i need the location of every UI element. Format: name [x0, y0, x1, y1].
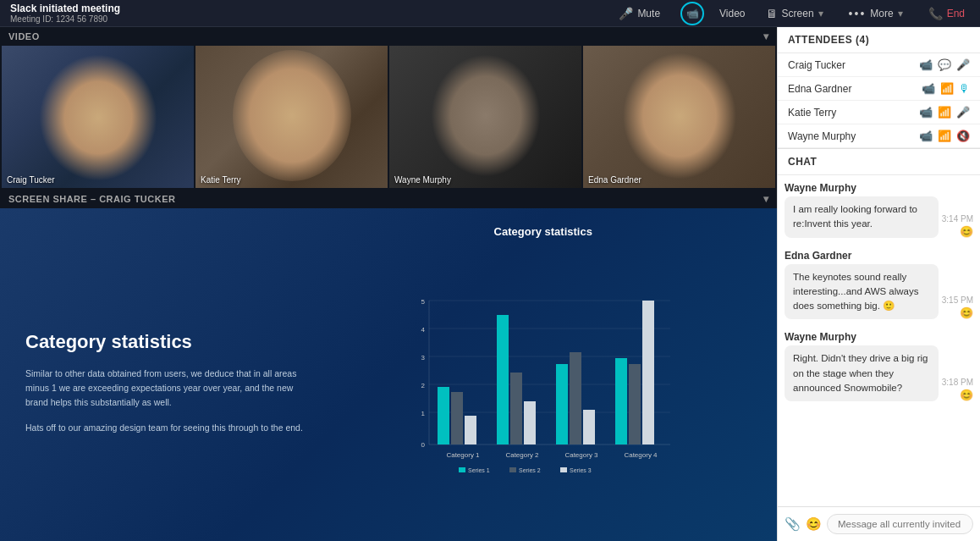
bar-cat4-s2 [629, 364, 641, 444]
chat-message-3: Wayne Murphy Right. Didn't they drive a … [785, 331, 973, 401]
chat-time-2: 3:15 PM [942, 295, 973, 305]
chat-sender-1: Wayne Murphy [785, 182, 973, 194]
legend-s1-swatch [459, 467, 465, 472]
left-panel: VIDEO ▾ Craig Tucker Katie Terry Wayne M… [0, 27, 777, 541]
slide-footer-text: Hats off to our amazing design team for … [25, 421, 310, 435]
attendee-row-edna: Edna Gardner 📹 📶 🎙 [778, 77, 980, 101]
chat-meta-2: 3:15 PM 😊 [942, 295, 973, 319]
legend-s3-swatch [560, 467, 567, 472]
chart-title: Category statistics [494, 225, 592, 238]
camera-icon: 📹 [686, 8, 699, 19]
mic-icon-katie: 🎤 [956, 106, 970, 119]
slide-body-text: Similar to other data obtained from user… [25, 367, 310, 409]
participant-name-craig: Craig Tucker [7, 175, 55, 185]
mic-icon: 🎤 [619, 7, 633, 20]
top-bar: Slack initiated meeting Meeting ID: 1234… [0, 0, 980, 27]
bar-cat1-s3 [465, 416, 476, 444]
attendees-section: ATTENDEES (4) Craig Tucker 📹 💬 🎤 Edna Ga… [778, 27, 980, 149]
attendee-name-katie: Katie Terry [788, 107, 919, 119]
chat-header: CHAT [778, 149, 980, 175]
video-collapse-icon[interactable]: ▾ [763, 30, 769, 42]
video-section: VIDEO ▾ Craig Tucker Katie Terry Wayne M… [0, 27, 777, 190]
chat-bubble-1: I am really looking forward to re:Invent… [785, 196, 939, 238]
chat-icon-craig: 💬 [938, 58, 951, 71]
svg-text:2: 2 [421, 382, 425, 389]
video-header: VIDEO ▾ [0, 27, 777, 46]
slide-title: Category statistics [25, 331, 310, 353]
attendee-icons-katie: 📹 📶 🎤 [919, 106, 970, 119]
screen-icon: 🖥 [766, 7, 778, 20]
video-button[interactable]: 📹 [680, 2, 704, 25]
main-content: VIDEO ▾ Craig Tucker Katie Terry Wayne M… [0, 27, 980, 541]
chat-meta-1: 3:14 PM 😊 [942, 214, 973, 238]
legend-s2-label: Series 2 [519, 467, 541, 473]
attendee-icons-wayne: 📹 📶 🔇 [919, 130, 970, 142]
attendee-icons-edna: 📹 📶 🎙 [922, 82, 970, 95]
mic-icon-craig: 🎤 [956, 58, 970, 71]
participant-name-edna: Edna Gardner [588, 175, 641, 185]
attendee-row-craig: Craig Tucker 📹 💬 🎤 [778, 53, 980, 77]
attendees-header: ATTENDEES (4) [778, 27, 980, 53]
chat-input[interactable] [827, 514, 973, 534]
emoji-icon[interactable]: 😊 [806, 516, 822, 532]
bar-cat3-s3 [583, 410, 595, 444]
legend-s3-label: Series 3 [570, 467, 592, 473]
attendee-row-katie: Katie Terry 📹 📶 🎤 [778, 101, 980, 124]
legend-s1-label: Series 1 [468, 467, 490, 473]
end-call-icon: 📞 [928, 7, 943, 20]
x-label-cat3: Category 3 [564, 451, 598, 459]
bar-cat1-s2 [451, 392, 463, 444]
video-section-label: VIDEO [8, 31, 40, 41]
video-tile-edna: Edna Gardner [583, 46, 775, 188]
chat-react-2[interactable]: 😊 [960, 306, 973, 319]
bar-cat1-s1 [438, 387, 449, 444]
screenshare-label: SCREEN SHARE – CRAIG TUCKER [8, 194, 175, 204]
bar-cat3-s1 [556, 364, 568, 444]
svg-text:4: 4 [421, 326, 425, 334]
end-button[interactable]: 📞 End [923, 5, 970, 22]
x-label-cat2: Category 2 [505, 451, 539, 459]
attendee-name-wayne: Wayne Murphy [788, 130, 919, 142]
svg-text:0: 0 [421, 441, 425, 449]
screenshare-collapse-icon[interactable]: ▾ [763, 193, 769, 205]
more-button[interactable]: ••• More ▾ [844, 5, 908, 22]
chat-time-1: 3:14 PM [942, 214, 973, 224]
mic-icon-edna: 🎙 [959, 82, 970, 95]
chat-meta-3: 3:18 PM 😊 [942, 378, 973, 401]
chat-messages: Wayne Murphy I am really looking forward… [778, 175, 980, 506]
chat-bubble-2: The keynotes sound really interesting...… [785, 264, 939, 320]
attendee-name-edna: Edna Gardner [788, 83, 922, 95]
mute-button[interactable]: 🎤 Mute [614, 5, 665, 22]
x-label-cat1: Category 1 [446, 451, 480, 459]
bar-cat2-s2 [510, 373, 522, 444]
slide-chart-area: Category statistics 5 4 [327, 208, 777, 541]
wifi-icon-edna: 📶 [940, 82, 954, 95]
chat-react-1[interactable]: 😊 [960, 225, 973, 238]
screenshare-content: Category statistics Similar to other dat… [0, 208, 777, 541]
chat-input-area: 📎 😊 [778, 506, 980, 541]
legend-s2-swatch [509, 467, 516, 472]
svg-text:1: 1 [421, 410, 425, 417]
svg-text:3: 3 [421, 354, 425, 362]
meeting-info: Slack initiated meeting Meeting ID: 1234… [10, 3, 120, 25]
chat-react-3[interactable]: 😊 [960, 389, 973, 401]
video-tile-wayne: Wayne Murphy [389, 46, 581, 188]
chat-message-2: Edna Gardner The keynotes sound really i… [785, 250, 973, 320]
chat-bubble-3: Right. Didn't they drive a big rig on th… [785, 345, 939, 401]
chat-sender-2: Edna Gardner [785, 250, 973, 262]
attachment-icon[interactable]: 📎 [785, 516, 801, 532]
wifi-icon-katie: 📶 [938, 106, 951, 119]
bar-cat2-s3 [524, 401, 536, 444]
bar-cat4-s1 [615, 358, 627, 444]
attendee-name-craig: Craig Tucker [788, 59, 919, 71]
more-dots-icon: ••• [849, 7, 867, 20]
screenshare-section: SCREEN SHARE – CRAIG TUCKER ▾ Category s… [0, 190, 777, 541]
chat-section: CHAT Wayne Murphy I am really looking fo… [778, 149, 980, 541]
chat-bubble-row-3: Right. Didn't they drive a big rig on th… [785, 345, 973, 401]
participant-name-wayne: Wayne Murphy [394, 175, 451, 185]
svg-text:5: 5 [421, 298, 425, 306]
screen-button[interactable]: 🖥 Screen ▾ [761, 5, 829, 22]
participant-name-katie: Katie Terry [201, 175, 241, 185]
meeting-title: Slack initiated meeting [10, 3, 120, 14]
meeting-controls: 🎤 Mute 📹 Video 🖥 Screen ▾ ••• More ▾ 📞 E… [614, 2, 970, 25]
